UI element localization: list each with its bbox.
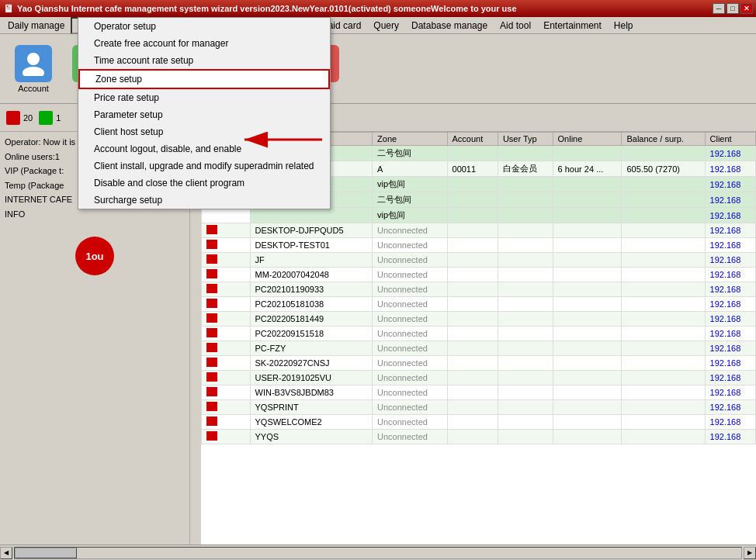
table-row[interactable]: PC202101190933 Unconnected 192.168 (202, 282, 756, 297)
row-client: 192.168 (705, 161, 755, 177)
row-client: 192.168 (705, 341, 755, 356)
table-row[interactable]: PC-FZY Unconnected 192.168 (202, 341, 756, 356)
row-client: 192.168 (705, 208, 755, 223)
row-zone: vip包间 (373, 177, 447, 192)
row-online (553, 312, 622, 327)
row-usertype (498, 400, 553, 415)
row-usertype (498, 177, 553, 192)
row-usertype (498, 146, 553, 161)
row-icon (202, 400, 251, 415)
menu-client-install[interactable]: Client install, upgrade and modify super… (78, 157, 330, 175)
table-row[interactable]: JF Unconnected 192.168 (202, 253, 756, 268)
row-balance (622, 238, 705, 253)
menu-aid[interactable]: Aid tool (494, 19, 537, 33)
row-balance (622, 297, 705, 312)
row-balance (622, 146, 705, 161)
row-online (553, 430, 622, 444)
table-row[interactable]: YQSPRINT Unconnected 192.168 (202, 400, 756, 415)
maximize-button[interactable]: □ (727, 3, 739, 14)
row-online (553, 327, 622, 341)
menu-help[interactable]: Help (608, 19, 640, 33)
table-row[interactable]: YYQS Unconnected 192.168 (202, 430, 756, 444)
row-online (553, 238, 622, 253)
row-zone: Unconnected (373, 415, 447, 430)
menu-time-account[interactable]: Time account rate setup (78, 52, 330, 69)
table-row[interactable]: PC202205181449 Unconnected 192.168 (202, 312, 756, 327)
minimize-button[interactable]: ─ (713, 3, 725, 14)
close-button[interactable]: ✕ (740, 3, 753, 14)
menu-client-host[interactable]: Client host setup (78, 123, 330, 140)
menu-create-free[interactable]: Create free account for manager (78, 35, 330, 52)
table-row[interactable]: YQSWELCOME2 Unconnected 192.168 (202, 415, 756, 430)
account-label: Account (18, 84, 49, 93)
table-row[interactable]: SK-20220927CNSJ Unconnected 192.168 (202, 356, 756, 371)
menu-zone-setup[interactable]: Zone setup (78, 69, 330, 89)
table-row[interactable]: USER-20191025VU Unconnected 192.168 (202, 371, 756, 385)
table-row[interactable]: WIN-B3VS8JBDM83 Unconnected 192.168 (202, 385, 756, 400)
menu-database[interactable]: Database manage (405, 19, 494, 33)
toolbar-account[interactable]: Account (6, 38, 61, 100)
svg-point-1 (23, 67, 44, 76)
table-row[interactable]: DESKTOP-DJFPQUD5 Unconnected 192.168 (202, 223, 756, 238)
menu-parameter[interactable]: Parameter setup (78, 106, 330, 123)
row-account (447, 238, 498, 253)
row-name: PC202105181038 (250, 297, 373, 312)
col-zone: Zone (373, 133, 447, 146)
row-zone: Unconnected (373, 253, 447, 268)
row-icon (202, 371, 251, 385)
col-online: Online (553, 133, 622, 146)
col-client: Client (705, 133, 755, 146)
row-icon (202, 297, 251, 312)
row-zone: Unconnected (373, 297, 447, 312)
table-row[interactable]: DESKTOP-TEST01 Unconnected 192.168 (202, 238, 756, 253)
row-online (553, 400, 622, 415)
row-zone: Unconnected (373, 327, 447, 341)
row-usertype (498, 282, 553, 297)
status-red-count: 20 (6, 111, 33, 125)
row-client: 192.168 (705, 253, 755, 268)
table-row[interactable]: vip包间 192.168 (202, 208, 756, 223)
menu-daily[interactable]: Daily manage (2, 19, 71, 33)
row-balance (622, 415, 705, 430)
row-account (447, 385, 498, 400)
menu-surcharge[interactable]: Surcharge setup (78, 192, 330, 209)
row-account (447, 282, 498, 297)
menu-disable-close[interactable]: Disable and close the client program (78, 175, 330, 192)
menu-query[interactable]: Query (367, 19, 405, 33)
row-name: YQSWELCOME2 (250, 415, 373, 430)
row-client: 192.168 (705, 385, 755, 400)
menu-operator-setup[interactable]: Operator setup (78, 18, 330, 35)
row-zone: A (373, 161, 447, 177)
row-icon (202, 312, 251, 327)
scroll-left-button[interactable]: ◀ (0, 547, 12, 559)
menu-entertainment[interactable]: Entertainment (537, 19, 608, 33)
row-client: 192.168 (705, 238, 755, 253)
table-row[interactable]: PC202105181038 Unconnected 192.168 (202, 297, 756, 312)
row-name: YQSPRINT (250, 400, 373, 415)
row-name: SK-20220927CNSJ (250, 356, 373, 371)
scroll-track[interactable] (14, 547, 742, 559)
menu-price-rate[interactable]: Price rate setup (78, 89, 330, 106)
row-zone: Unconnected (373, 223, 447, 238)
row-client: 192.168 (705, 268, 755, 282)
scroll-thumb[interactable] (15, 548, 77, 558)
row-client: 192.168 (705, 223, 755, 238)
row-usertype (498, 223, 553, 238)
row-icon (202, 415, 251, 430)
table-row[interactable]: PC202209151518 Unconnected 192.168 (202, 327, 756, 341)
row-account (447, 297, 498, 312)
row-account (447, 312, 498, 327)
row-zone: Unconnected (373, 385, 447, 400)
scroll-right-button[interactable]: ▶ (744, 547, 756, 559)
table-row[interactable]: MM-202007042048 Unconnected 192.168 (202, 268, 756, 282)
row-online (553, 341, 622, 356)
col-balance: Balance / surp. (622, 133, 705, 146)
row-icon (202, 223, 251, 238)
row-name: JF (250, 253, 373, 268)
row-zone: Unconnected (373, 312, 447, 327)
menu-account-logout[interactable]: Account logout, disable, and enable (78, 140, 330, 157)
row-usertype (498, 312, 553, 327)
row-usertype (498, 430, 553, 444)
row-name: MM-202007042048 (250, 268, 373, 282)
red-count: 20 (23, 113, 33, 123)
